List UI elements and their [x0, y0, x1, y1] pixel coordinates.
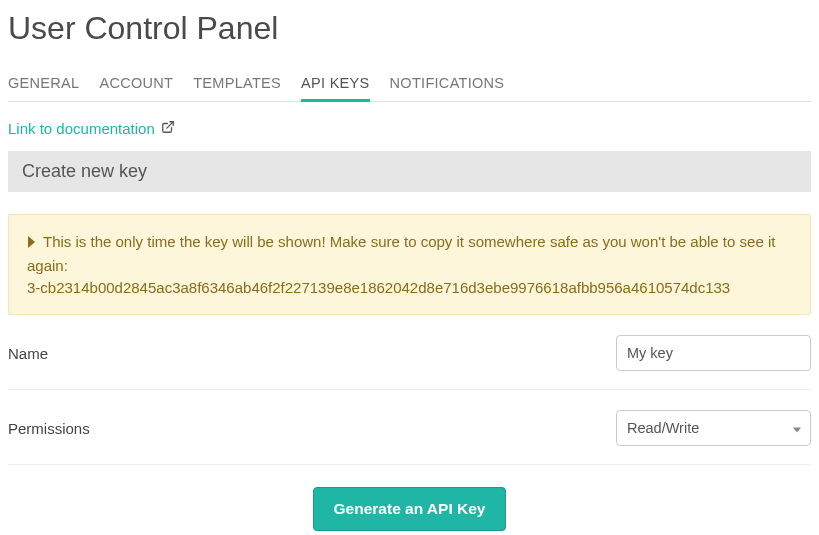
- tabs-bar: GENERAL ACCOUNT TEMPLATES API KEYS NOTIF…: [8, 75, 811, 102]
- chevron-right-icon: [27, 233, 37, 255]
- alert-message: This is the only time the key will be sh…: [27, 233, 775, 274]
- svg-line-0: [167, 122, 173, 128]
- external-link-icon: [161, 120, 175, 137]
- documentation-link[interactable]: Link to documentation: [8, 120, 175, 137]
- form-row-name: Name: [8, 315, 811, 390]
- tab-general[interactable]: GENERAL: [8, 75, 79, 102]
- name-input[interactable]: [616, 335, 811, 371]
- documentation-link-label: Link to documentation: [8, 120, 155, 137]
- form-row-permissions: Permissions Read/Write: [8, 390, 811, 465]
- name-label: Name: [8, 345, 48, 362]
- key-created-alert: This is the only time the key will be sh…: [8, 214, 811, 315]
- tab-notifications[interactable]: NOTIFICATIONS: [390, 75, 505, 102]
- api-key-value: 3-cb2314b00d2845ac3a8f6346ab46f2f227139e…: [27, 279, 730, 296]
- permissions-label: Permissions: [8, 420, 90, 437]
- page-title: User Control Panel: [8, 8, 811, 47]
- tab-api-keys[interactable]: API KEYS: [301, 75, 370, 102]
- permissions-select[interactable]: Read/Write: [616, 410, 811, 446]
- section-header-create-key: Create new key: [8, 151, 811, 192]
- tab-account[interactable]: ACCOUNT: [99, 75, 173, 102]
- tab-templates[interactable]: TEMPLATES: [193, 75, 281, 102]
- generate-api-key-button[interactable]: Generate an API Key: [313, 487, 507, 531]
